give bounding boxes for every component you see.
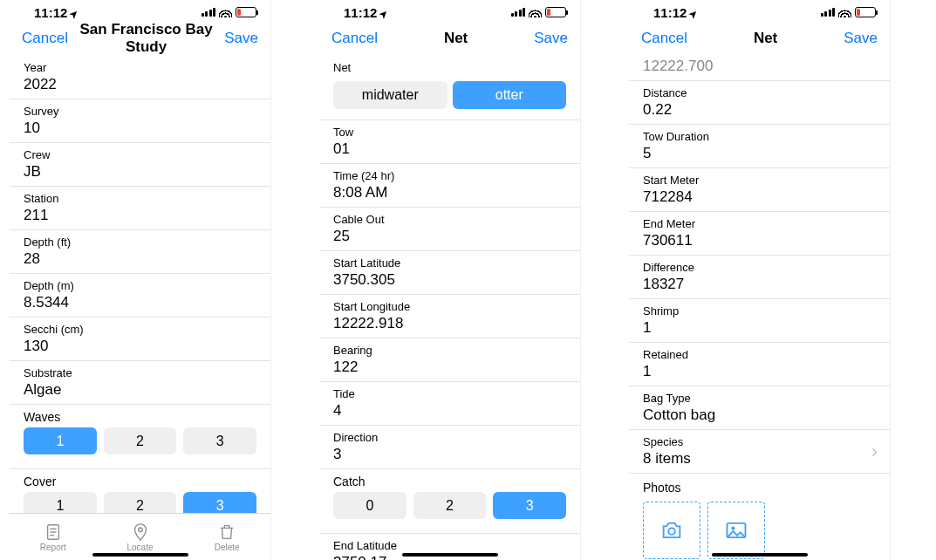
svg-point-5 — [668, 528, 674, 534]
catch-option-0[interactable]: 0 — [333, 492, 407, 519]
cancel-button[interactable]: Cancel — [22, 30, 68, 47]
waves-option-2[interactable]: 2 — [104, 427, 177, 454]
field-value: 1 — [643, 319, 876, 337]
nav-bar: Cancel San Francisco Bay Study Save — [10, 21, 270, 56]
net-type-segmented: midwater otter — [319, 74, 580, 120]
battery-icon — [236, 7, 256, 17]
field-bag-type[interactable]: Bag Type Cotton bag — [629, 386, 890, 430]
photos-row — [629, 495, 890, 560]
net-option-midwater[interactable]: midwater — [333, 81, 448, 109]
form-scroll[interactable]: 12222.700 Distance 0.22 Tow Duration 5 S… — [629, 56, 890, 560]
field-catch: Catch 0 2 3 — [319, 469, 580, 534]
location-icon — [689, 5, 697, 20]
field-label: Shrimp — [643, 304, 876, 318]
field-label: Depth (ft) — [24, 236, 256, 249]
field-label: Start Latitude — [333, 256, 566, 270]
screen-sf-bay-study: 11:12 Cancel San Francisco Bay Study Sav… — [10, 0, 271, 560]
net-option-otter[interactable]: otter — [453, 81, 567, 109]
field-label: Start Meter — [643, 174, 876, 187]
field-value: 12222.918 — [333, 315, 566, 332]
catch-option-2[interactable]: 2 — [413, 492, 487, 519]
photo-camera-button[interactable] — [643, 502, 700, 559]
status-bar: 11:12 — [10, 0, 270, 21]
field-survey[interactable]: Survey 10 — [10, 99, 270, 143]
field-value: 0.22 — [643, 101, 876, 119]
field-tow[interactable]: Tow 01 — [319, 120, 580, 164]
waves-option-3[interactable]: 3 — [183, 427, 256, 454]
trash-icon — [217, 522, 236, 542]
field-bearing[interactable]: Bearing 122 — [319, 338, 580, 382]
field-shrimp[interactable]: Shrimp 1 — [629, 299, 890, 343]
form-scroll[interactable]: Year 2022 Survey 10 Crew JB Station 211 … — [10, 56, 270, 513]
field-difference[interactable]: Difference 18327 — [629, 256, 890, 299]
field-retained[interactable]: Retained 1 — [629, 343, 890, 386]
field-direction[interactable]: Direction 3 — [319, 426, 580, 469]
catch-option-3[interactable]: 3 — [493, 492, 566, 519]
form-scroll[interactable]: Net midwater otter Tow 01 Time (24 hr) 8… — [319, 56, 580, 560]
field-label: Year — [24, 61, 256, 74]
cancel-button[interactable]: Cancel — [331, 30, 378, 47]
field-species[interactable]: Species 8 items — [629, 430, 890, 474]
tab-label: Report — [40, 543, 66, 552]
cover-option-1[interactable]: 1 — [24, 492, 97, 513]
save-button[interactable]: Save — [844, 30, 878, 47]
document-icon — [44, 522, 63, 542]
cover-option-3[interactable]: 3 — [183, 492, 256, 513]
field-tide[interactable]: Tide 4 — [319, 382, 580, 426]
tab-report[interactable]: Report — [10, 514, 97, 560]
field-value: Algae — [24, 381, 256, 399]
field-label: Depth (m) — [24, 279, 256, 292]
field-label: Catch — [333, 475, 566, 488]
field-tow-duration[interactable]: Tow Duration 5 — [629, 125, 890, 168]
status-time: 11:12 — [34, 5, 67, 20]
home-indicator[interactable] — [712, 553, 808, 557]
cover-option-2[interactable]: 2 — [104, 492, 177, 513]
save-button[interactable]: Save — [534, 30, 568, 47]
field-label: Tow Duration — [643, 130, 876, 143]
field-cover: Cover 1 2 3 — [10, 469, 270, 513]
field-start-meter[interactable]: Start Meter 712284 — [629, 168, 890, 212]
field-label: Distance — [643, 86, 876, 99]
status-time: 11:12 — [653, 5, 687, 20]
image-icon — [724, 518, 748, 543]
cancel-button[interactable]: Cancel — [641, 30, 687, 47]
save-button[interactable]: Save — [224, 30, 258, 47]
field-time[interactable]: Time (24 hr) 8:08 AM — [319, 164, 580, 208]
field-value: 1 — [643, 363, 876, 380]
field-crew[interactable]: Crew JB — [10, 143, 270, 187]
field-substrate[interactable]: Substrate Algae — [10, 361, 270, 405]
field-station[interactable]: Station 211 — [10, 187, 270, 230]
camera-icon — [659, 518, 684, 543]
field-label: Crew — [24, 148, 256, 161]
field-label: Start Longitude — [333, 300, 566, 313]
waves-option-1[interactable]: 1 — [24, 427, 97, 454]
home-indicator[interactable] — [92, 553, 188, 557]
field-end-meter[interactable]: End Meter 730611 — [629, 212, 890, 256]
field-label: Net — [319, 56, 580, 74]
photo-gallery-button[interactable] — [707, 502, 765, 559]
location-icon — [70, 5, 78, 20]
field-prev-overflow[interactable]: 12222.700 — [629, 56, 890, 81]
field-cable-out[interactable]: Cable Out 25 — [319, 208, 580, 251]
field-value: 8.5344 — [24, 294, 256, 311]
field-start-lat[interactable]: Start Latitude 3750.305 — [319, 251, 580, 295]
field-label: Retained — [643, 348, 876, 361]
field-value: 211 — [24, 207, 256, 224]
field-value: 5 — [643, 145, 876, 162]
field-value: 3 — [333, 446, 566, 463]
field-depth-ft[interactable]: Depth (ft) 28 — [10, 230, 270, 274]
field-label: Bag Type — [643, 392, 876, 405]
field-depth-m[interactable]: Depth (m) 8.5344 — [10, 274, 270, 318]
field-year[interactable]: Year 2022 — [10, 56, 270, 99]
field-secchi[interactable]: Secchi (cm) 130 — [10, 318, 270, 361]
field-value: 122 — [333, 359, 566, 376]
cover-segmented: 1 2 3 — [24, 488, 256, 513]
field-start-lon[interactable]: Start Longitude 12222.918 — [319, 295, 580, 338]
field-label: Time (24 hr) — [333, 169, 566, 182]
battery-icon — [545, 7, 566, 17]
home-indicator[interactable] — [402, 553, 498, 557]
tab-delete[interactable]: Delete — [183, 514, 270, 560]
field-distance[interactable]: Distance 0.22 — [629, 81, 890, 125]
field-label: Station — [24, 192, 256, 205]
field-value: JB — [24, 163, 256, 181]
